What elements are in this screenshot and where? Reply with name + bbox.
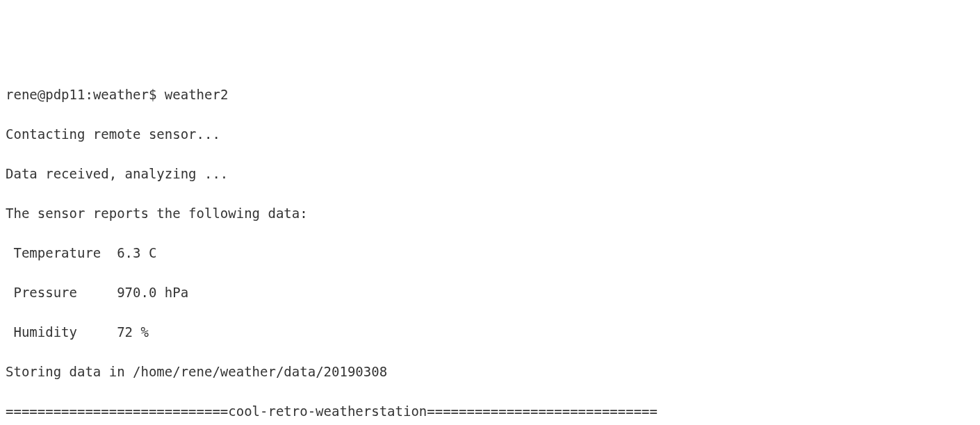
temp-value: 6.3 C (117, 245, 156, 260)
prompt-cwd: weather (93, 87, 149, 102)
prompt-command: weather2 (165, 87, 229, 102)
ascii-banner-top: ============================cool-retro-w… (6, 401, 974, 422)
storing-prefix: Storing data in (6, 364, 133, 379)
reading-temperature: Temperature 6.3 C (6, 243, 974, 263)
humid-label: Humidity (6, 324, 77, 340)
status-received: Data received, analyzing ... (6, 164, 974, 184)
temp-label: Temperature (6, 245, 101, 260)
status-contacting: Contacting remote sensor... (6, 124, 974, 144)
prompt-line: rene@pdp11:weather$ weather2 (6, 85, 974, 105)
press-value: 970.0 hPa (117, 285, 188, 300)
storing-path: /home/rene/weather/data/20190308 (133, 364, 387, 379)
humid-value: 72 % (117, 324, 149, 340)
press-label: Pressure (6, 285, 77, 300)
status-reports: The sensor reports the following data: (6, 203, 974, 224)
prompt-user: rene (6, 87, 38, 102)
prompt-host: pdp11 (45, 87, 85, 102)
storing-line: Storing data in /home/rene/weather/data/… (6, 362, 974, 382)
reading-pressure: Pressure 970.0 hPa (6, 283, 974, 303)
reading-humidity: Humidity 72 % (6, 322, 974, 342)
